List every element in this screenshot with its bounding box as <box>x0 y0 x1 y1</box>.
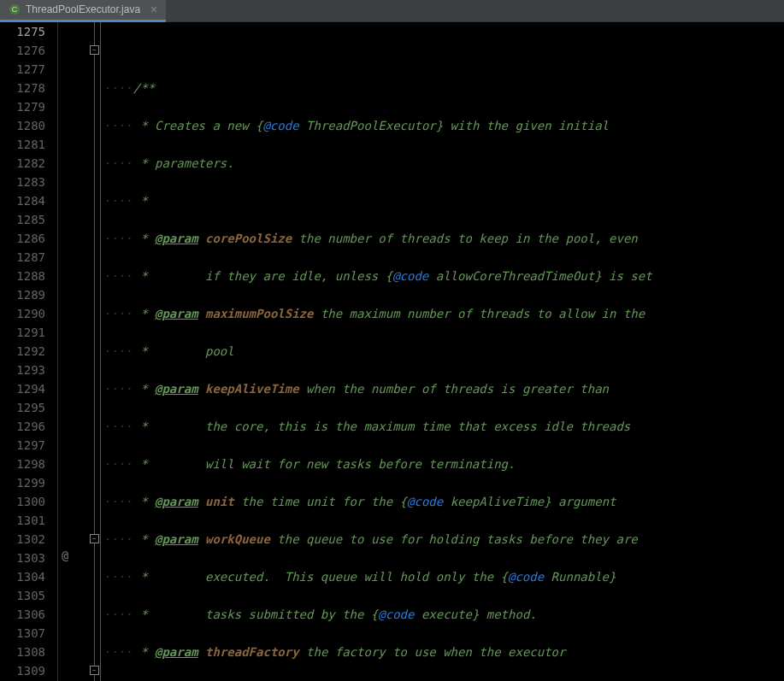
svg-text:C: C <box>12 5 18 14</box>
line-number[interactable]: 1289 <box>0 285 45 304</box>
code-line: ···· * pool <box>104 342 784 361</box>
code-line: ····/** <box>104 79 784 97</box>
code-line: ···· * @param maximumPoolSize the maximu… <box>104 304 784 323</box>
line-number[interactable]: 1294 <box>0 379 45 398</box>
fold-guide <box>94 22 95 681</box>
marker-column: @ <box>58 22 89 681</box>
fold-column: − − − <box>89 22 101 681</box>
line-number[interactable]: 1301 <box>0 511 45 530</box>
line-number[interactable]: 1304 <box>0 567 45 586</box>
java-class-icon: C <box>9 3 21 15</box>
line-number[interactable]: 1288 <box>0 267 45 285</box>
line-number[interactable]: 1300 <box>0 492 45 511</box>
code-line: ···· * Creates a new {@code ThreadPoolEx… <box>104 116 784 135</box>
code-area[interactable]: ····/** ···· * Creates a new {@code Thre… <box>101 22 784 681</box>
line-number[interactable]: 1305 <box>0 586 45 605</box>
line-number-gutter[interactable]: 1275127612771278127912801281128212831284… <box>0 22 58 681</box>
line-number[interactable]: 1291 <box>0 323 45 342</box>
code-line: ···· * <box>104 191 784 210</box>
fold-collapse-icon[interactable]: − <box>90 666 99 675</box>
line-number[interactable]: 1297 <box>0 436 45 455</box>
line-number[interactable]: 1303 <box>0 549 45 567</box>
line-number[interactable]: 1290 <box>0 304 45 323</box>
line-number[interactable]: 1277 <box>0 60 45 79</box>
line-number[interactable]: 1275 <box>0 22 45 41</box>
line-number[interactable]: 1296 <box>0 417 45 436</box>
override-marker-icon[interactable]: @ <box>62 549 68 562</box>
code-line <box>104 41 784 60</box>
line-number[interactable]: 1280 <box>0 116 45 135</box>
line-number[interactable]: 1302 <box>0 530 45 549</box>
code-line: ···· * @param keepAliveTime when the num… <box>104 379 784 398</box>
tab-filename: ThreadPoolExecutor.java <box>26 3 140 15</box>
line-number[interactable]: 1306 <box>0 605 45 624</box>
code-line: ···· * @param corePoolSize the number of… <box>104 229 784 248</box>
line-number[interactable]: 1307 <box>0 624 45 643</box>
code-line: ···· * tasks submitted by the {@code exe… <box>104 605 784 624</box>
line-number[interactable]: 1278 <box>0 79 45 97</box>
code-line: ···· * parameters. <box>104 154 784 173</box>
line-number[interactable]: 1299 <box>0 473 45 492</box>
editor-tab[interactable]: C ThreadPoolExecutor.java × <box>0 0 166 22</box>
fold-collapse-icon[interactable]: − <box>90 534 99 543</box>
line-number[interactable]: 1293 <box>0 361 45 379</box>
line-number[interactable]: 1295 <box>0 398 45 417</box>
line-number[interactable]: 1284 <box>0 191 45 210</box>
code-line: ···· * executed. This queue will hold on… <box>104 567 784 586</box>
fold-collapse-icon[interactable]: − <box>90 45 99 55</box>
line-number[interactable]: 1286 <box>0 229 45 248</box>
line-number[interactable]: 1276 <box>0 41 45 60</box>
line-number[interactable]: 1282 <box>0 154 45 173</box>
line-number[interactable]: 1279 <box>0 97 45 116</box>
code-line: ···· * will wait for new tasks before te… <box>104 455 784 473</box>
line-number[interactable]: 1281 <box>0 135 45 154</box>
code-line: ···· * the core, this is the maximum tim… <box>104 417 784 436</box>
line-number[interactable]: 1309 <box>0 661 45 680</box>
line-number[interactable]: 1308 <box>0 643 45 661</box>
code-line: ···· * @param unit the time unit for the… <box>104 492 784 511</box>
line-number[interactable]: 1287 <box>0 248 45 267</box>
line-number[interactable]: 1283 <box>0 173 45 191</box>
code-line: ···· * @param threadFactory the factory … <box>104 643 784 661</box>
code-line: ···· * if they are idle, unless {@code a… <box>104 267 784 285</box>
editor: 1275127612771278127912801281128212831284… <box>0 22 784 681</box>
line-number[interactable]: 1292 <box>0 342 45 361</box>
line-number[interactable]: 1285 <box>0 210 45 229</box>
close-icon[interactable]: × <box>150 3 157 16</box>
tab-bar: C ThreadPoolExecutor.java × <box>0 0 784 22</box>
code-line: ···· * @param workQueue the queue to use… <box>104 530 784 549</box>
line-number[interactable]: 1298 <box>0 455 45 473</box>
